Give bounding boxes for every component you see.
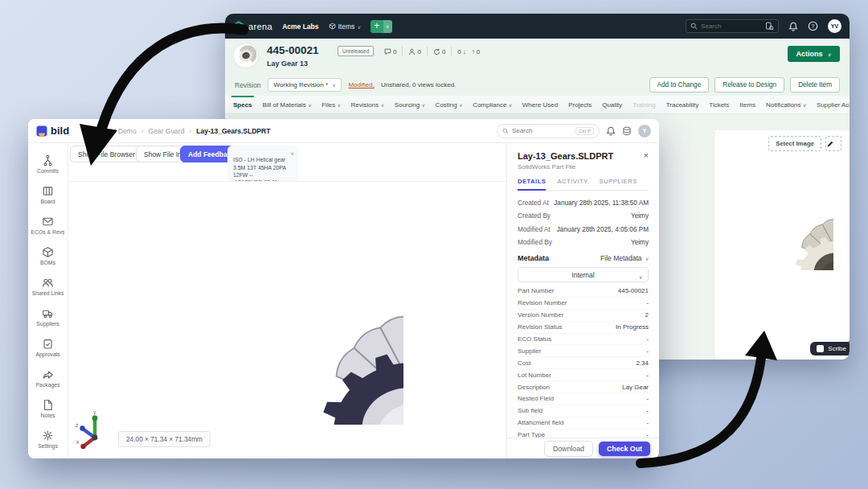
download-button[interactable]: Download xyxy=(544,441,593,457)
revision-dropdown[interactable]: Working Revision * xyxy=(268,78,342,92)
comments-count[interactable]: 0 xyxy=(384,48,396,55)
metadata-row: Attahcment field- xyxy=(518,417,649,429)
tab-bill-of-materials[interactable]: Bill of Materials xyxy=(263,96,312,113)
chevron-down-icon xyxy=(639,273,642,281)
notifications-bell-icon[interactable] xyxy=(788,22,798,31)
gear-3d-model[interactable] xyxy=(172,193,403,425)
scribe-badge[interactable]: Scribe xyxy=(810,342,850,355)
tab-revisions[interactable]: Revisions xyxy=(351,96,384,113)
tab-suppliers[interactable]: SUPPLIERS xyxy=(600,178,637,190)
3d-viewer[interactable]: y z x 24.00 × 71.34 × 71.34mm xyxy=(68,181,506,458)
select-image-button[interactable]: Select Image xyxy=(768,136,821,151)
divider xyxy=(451,47,452,56)
users-count[interactable]: 0 xyxy=(408,48,420,55)
chevron-down-icon[interactable]: ∨ xyxy=(383,20,392,33)
sidebar-item-packages[interactable]: Packages xyxy=(28,363,68,393)
notifications-bell-icon[interactable] xyxy=(606,126,616,136)
tab-supplier-access[interactable]: Supplier Access xyxy=(817,96,850,113)
bild-avatar[interactable]: Y xyxy=(638,125,651,138)
metadata-selector[interactable]: File Metadata xyxy=(600,254,649,262)
release-to-design-button[interactable]: Release to Design xyxy=(714,77,784,92)
scope-selector[interactable]: Internal xyxy=(518,267,649,282)
sidebar-item-shared-links[interactable]: Shared Links xyxy=(28,271,68,302)
sync-count[interactable]: 0 xyxy=(433,48,445,55)
tab-details[interactable]: DETAILS xyxy=(518,178,546,191)
items-icon xyxy=(329,23,336,30)
chevron-down-icon xyxy=(332,81,335,88)
tab-sourcing[interactable]: Sourcing xyxy=(395,96,425,113)
sidebar-item-settings[interactable]: Settings xyxy=(28,424,68,454)
tab-compliance[interactable]: Compliance xyxy=(473,96,512,113)
tab-quality[interactable]: Quality xyxy=(602,96,622,113)
arena-search-input[interactable] xyxy=(701,23,762,30)
arrow-down-icon: ↓ xyxy=(463,48,466,55)
breadcrumb-separator xyxy=(189,127,191,135)
delete-item-button[interactable]: Delete Item xyxy=(790,77,840,92)
metadata-row: Supplier- xyxy=(518,345,649,357)
tab-projects[interactable]: Projects xyxy=(568,96,592,113)
saved-search-icon[interactable] xyxy=(765,22,774,31)
show-file-browser-button[interactable]: Show File Browser xyxy=(70,146,143,162)
file-icon xyxy=(42,399,54,411)
sidebar-item-board[interactable]: Board xyxy=(28,179,68,210)
plus-icon[interactable]: + xyxy=(371,20,383,33)
arena-org-name[interactable]: Acme Labs xyxy=(282,23,318,31)
sidebar-item-ecos-revs[interactable]: ECOs & Revs xyxy=(28,210,68,240)
axis-y-label: y xyxy=(93,409,96,416)
bild-logo[interactable]: bild xyxy=(36,125,69,137)
metadata-row: Part Number445-00021 xyxy=(518,286,649,298)
tab-specs[interactable]: Specs xyxy=(233,96,252,113)
create-item-split-button[interactable]: + ∨ xyxy=(371,20,392,33)
breadcrumb-folder[interactable]: Gear Guard xyxy=(149,127,185,135)
tab-files[interactable]: Files xyxy=(321,96,340,113)
sidebar-item-commits[interactable]: Commits xyxy=(28,149,68,179)
bild-search-box[interactable]: Ctrl P xyxy=(497,124,600,138)
part-count-icons: 0 0 0 0↓ ↑0 xyxy=(384,47,480,56)
help-icon[interactable]: ? xyxy=(808,21,818,31)
scribe-logo-icon xyxy=(817,345,824,352)
arena-items-menu[interactable]: Items xyxy=(329,23,361,31)
part-thumbnail[interactable] xyxy=(233,43,259,68)
sidebar-item-suppliers[interactable]: Suppliers xyxy=(28,302,68,332)
info-row: Modified ByYeimy xyxy=(518,236,649,250)
bild-search-input[interactable] xyxy=(512,127,572,134)
tab-tickets[interactable]: Tickets xyxy=(709,96,729,113)
status-badge: Unreleased xyxy=(338,46,374,56)
tab-where-used[interactable]: Where Used xyxy=(522,96,558,113)
metadata-row: Sub field- xyxy=(518,405,649,417)
close-icon[interactable]: × xyxy=(644,151,649,159)
chevron-down-icon xyxy=(308,101,311,109)
modified-link[interactable]: Modified, xyxy=(348,81,374,88)
edit-image-button[interactable] xyxy=(825,136,841,151)
arena-logo-icon xyxy=(233,21,244,32)
add-to-change-button[interactable]: Add to Change xyxy=(649,77,710,92)
chevron-down-icon xyxy=(645,254,649,262)
tab-activity[interactable]: ACTIVITY xyxy=(557,178,588,190)
arena-logo[interactable]: arena xyxy=(233,21,272,32)
breadcrumb-root[interactable]: Arena PLM Demo xyxy=(82,127,137,135)
tab-costing[interactable]: Costing xyxy=(436,96,463,113)
truck-icon xyxy=(42,307,54,319)
tab-notifications[interactable]: Notifications xyxy=(766,96,806,113)
sync-icon xyxy=(433,48,440,55)
metadata-label: Metadata xyxy=(518,254,549,262)
bild-logo-icon xyxy=(36,125,47,137)
arena-logo-text: arena xyxy=(248,22,272,31)
axis-x-label: x xyxy=(76,439,80,445)
tab-items[interactable]: Items xyxy=(739,96,755,113)
database-icon[interactable] xyxy=(622,126,632,136)
tab-traceability[interactable]: Traceability xyxy=(666,96,699,113)
sidebar-item-approvals[interactable]: Approvals xyxy=(28,332,68,363)
divider xyxy=(427,47,428,56)
arena-avatar[interactable]: YV xyxy=(828,19,841,33)
downstream-count[interactable]: 0↓ xyxy=(457,48,465,55)
search-icon xyxy=(690,23,698,30)
sidebar-item-notes[interactable]: Notes xyxy=(28,393,68,424)
sidebar-item-boms[interactable]: BOMs xyxy=(28,240,68,271)
check-out-button[interactable]: Check Out xyxy=(599,442,650,456)
breadcrumb-current: Lay-13_Gears.SLDPRT xyxy=(196,127,270,135)
arena-search-box[interactable] xyxy=(686,19,779,33)
upstream-count[interactable]: ↑0 xyxy=(472,48,480,55)
actions-button[interactable]: Actions xyxy=(788,46,840,62)
arena-top-bar: arena Acme Labs Items + ∨ ? YV xyxy=(225,14,850,39)
